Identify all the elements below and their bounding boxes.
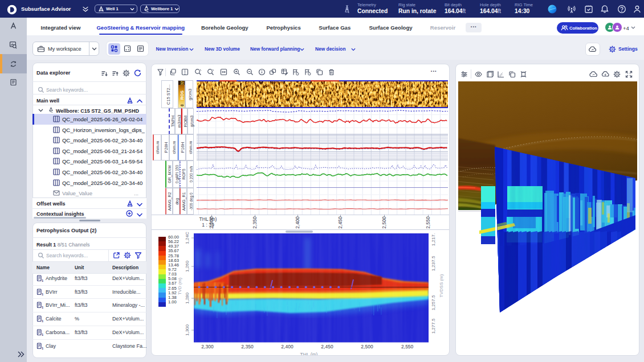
svg-text:1: 1	[42, 306, 43, 309]
svg-text:1: 1	[42, 293, 43, 296]
svg-text:1: 1	[42, 279, 43, 282]
svg-text:1: 1	[42, 347, 43, 350]
svg-text:1: 1	[42, 333, 43, 336]
svg-text:1: 1	[42, 319, 43, 323]
